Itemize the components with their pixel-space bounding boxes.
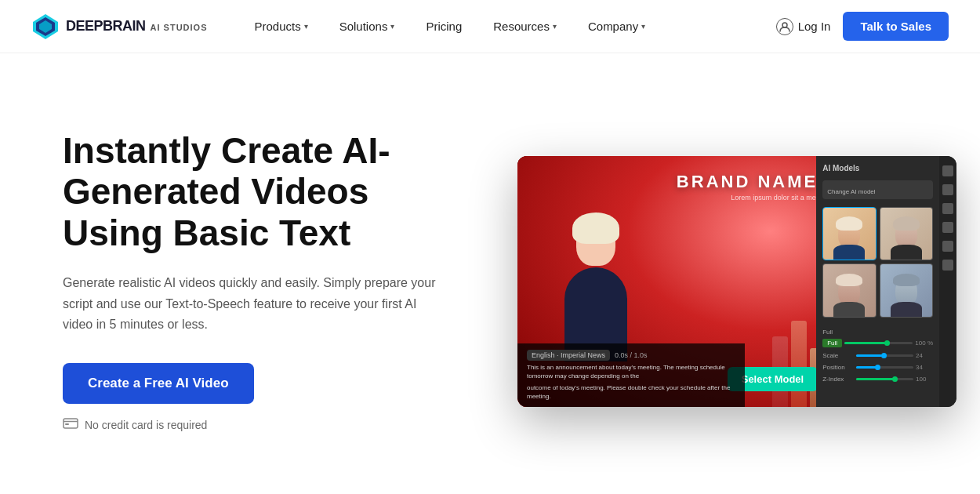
sidebar-icon-2[interactable] [942, 184, 953, 195]
avatar-head [576, 219, 615, 266]
sidebar-icon-3[interactable] [942, 203, 953, 214]
model-face-4 [880, 264, 932, 316]
model-thumb-4[interactable] [880, 263, 933, 317]
solutions-chevron-icon: ▾ [390, 22, 394, 31]
video-bottom-bar: English · Imperial News 0.0s / 1.0s This… [517, 343, 745, 407]
brand-overlay: BRAND NAME Lorem ipsum dolor sit a met [677, 172, 818, 202]
model-thumb-3[interactable] [822, 263, 876, 317]
nav-products[interactable]: Products ▾ [238, 0, 323, 53]
svg-rect-6 [65, 423, 69, 425]
main-content: Instantly Create AI-Generated Videos Usi… [0, 53, 980, 494]
hero-right: BRAND NAME Lorem ipsum dolor sit a met [517, 156, 956, 407]
nav-resources[interactable]: Resources ▾ [477, 0, 572, 53]
sidebar-icon-5[interactable] [942, 241, 953, 252]
nav-pricing[interactable]: Pricing [410, 0, 477, 53]
model-face-3 [823, 264, 875, 316]
video-main-area: BRAND NAME Lorem ipsum dolor sit a met [517, 156, 833, 407]
model-thumb-2[interactable] [880, 207, 933, 260]
caption-line-1: This is an announcement about today's me… [527, 363, 735, 380]
navbar: DEEPBRAIN AI STUDIOS Products ▾ Solution… [0, 0, 980, 53]
logo-text-sub: AI STUDIOS [151, 23, 208, 32]
hero-description: Generate realistic AI videos quickly and… [63, 273, 439, 335]
nav-right: Log In Talk to Sales [776, 12, 949, 41]
deepbrain-logo-icon [31, 13, 60, 41]
time-display: 0.0s / 1.0s [615, 351, 648, 359]
model-face-2 [880, 208, 932, 260]
ai-models-sidebar: AI Models Change AI model [816, 156, 939, 407]
sidebar-icon-1[interactable] [942, 165, 953, 176]
brand-name: BRAND NAME [677, 172, 818, 192]
ai-models-title: AI Models [822, 164, 933, 173]
no-credit-notice: No credit card is required [63, 416, 470, 433]
svg-rect-4 [64, 419, 78, 428]
model-face-1 [823, 208, 875, 260]
user-icon [776, 18, 793, 35]
nav-solutions[interactable]: Solutions ▾ [324, 0, 411, 53]
hero-left: Instantly Create AI-Generated Videos Usi… [63, 130, 470, 434]
sidebar-icon-4[interactable] [942, 222, 953, 233]
nav-links: Products ▾ Solutions ▾ Pricing Resources… [238, 0, 775, 53]
sidebar-controls: Full Full 100 % Scale [822, 325, 933, 383]
company-chevron-icon: ▾ [641, 22, 645, 31]
lipstick-2 [791, 321, 807, 407]
video-preview: BRAND NAME Lorem ipsum dolor sit a met [517, 156, 956, 407]
hero-title: Instantly Create AI-Generated Videos Usi… [63, 130, 470, 255]
create-free-video-button[interactable]: Create a Free AI Video [63, 363, 254, 404]
brand-subtitle: Lorem ipsum dolor sit a met [677, 194, 818, 202]
language-bar: English · Imperial News 0.0s / 1.0s [527, 350, 735, 361]
svg-point-3 [782, 23, 787, 27]
logo-text-main: DEEPBRAIN [66, 18, 146, 35]
products-chevron-icon: ▾ [304, 22, 308, 31]
model-grid [822, 207, 933, 318]
resources-chevron-icon: ▾ [553, 22, 557, 31]
logo[interactable]: DEEPBRAIN AI STUDIOS [31, 13, 207, 41]
language-badge: English · Imperial News [527, 350, 610, 361]
login-button[interactable]: Log In [776, 18, 831, 35]
model-thumb-1[interactable] [822, 207, 876, 260]
sidebar-icon-strip [939, 156, 956, 407]
avatar-hair [572, 212, 619, 244]
talk-to-sales-button[interactable]: Talk to Sales [843, 12, 949, 41]
sidebar-icon-6[interactable] [942, 260, 953, 271]
caption-line-2: outcome of today's meeting. Please doubl… [527, 383, 735, 401]
credit-card-icon [63, 416, 78, 433]
nav-company[interactable]: Company ▾ [572, 0, 661, 53]
